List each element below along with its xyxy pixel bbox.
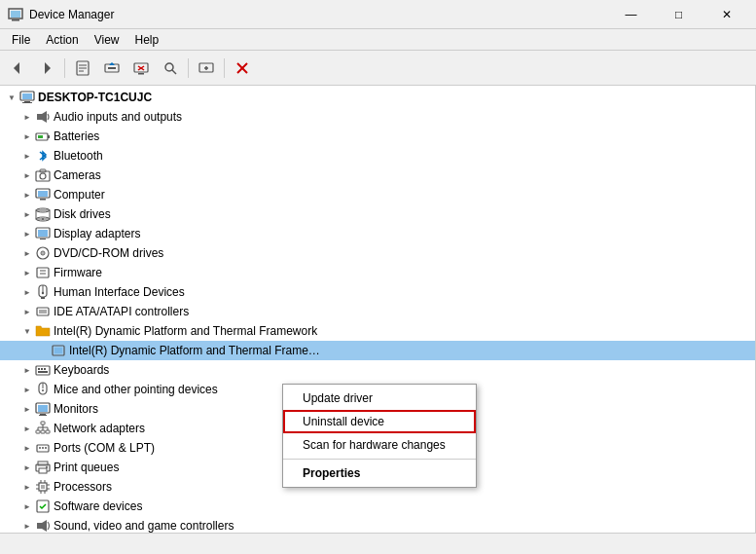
computer-expander[interactable]: ►	[19, 185, 35, 204]
software-icon	[35, 499, 51, 514]
sound-expander[interactable]: ►	[19, 516, 35, 533]
update-driver-button[interactable]	[98, 55, 126, 82]
dvd-expander[interactable]: ►	[19, 243, 35, 263]
root-expander[interactable]: ▼	[4, 88, 19, 107]
svg-rect-99	[37, 523, 42, 529]
tree-item-cameras[interactable]: ► Cameras	[0, 166, 755, 185]
properties-button[interactable]	[69, 55, 96, 82]
menu-action[interactable]: Action	[38, 31, 86, 49]
mice-label: Mice and other pointing devices	[54, 383, 218, 396]
svg-rect-73	[46, 430, 50, 433]
tree-view[interactable]: ▼ DESKTOP-TC1CUJC ►	[0, 86, 756, 533]
ports-icon	[35, 440, 51, 456]
svg-rect-13	[138, 73, 144, 75]
svg-rect-56	[39, 310, 47, 314]
keyboards-expander[interactable]: ►	[19, 360, 35, 380]
tree-item-dvd[interactable]: ► DVD/CD-ROM drives	[0, 243, 755, 263]
context-update-driver[interactable]: Update driver	[283, 387, 476, 410]
tree-item-firmware[interactable]: ► Firmware	[0, 263, 755, 282]
svg-rect-68	[38, 405, 48, 412]
intel-parent-expander[interactable]: ▼	[19, 321, 35, 341]
audio-label: Audio inputs and outputs	[54, 110, 182, 124]
monitors-expander[interactable]: ►	[19, 399, 35, 419]
minimize-button[interactable]: —	[609, 0, 653, 29]
printqueues-expander[interactable]: ►	[19, 458, 35, 477]
firmware-icon	[35, 265, 51, 280]
forward-button[interactable]	[33, 55, 60, 82]
bluetooth-expander[interactable]: ►	[19, 146, 35, 166]
hid-icon	[35, 284, 51, 300]
software-expander[interactable]: ►	[19, 497, 35, 516]
svg-marker-28	[42, 111, 47, 123]
network-expander[interactable]: ►	[19, 419, 35, 438]
add-hardware-button[interactable]	[193, 55, 220, 82]
intel-parent-label: Intel(R) Dynamic Platform and Thermal Fr…	[54, 324, 317, 338]
tree-item-computer[interactable]: ► Computer	[0, 185, 755, 204]
display-label: Display adapters	[54, 227, 140, 240]
svg-rect-63	[38, 371, 48, 373]
dvd-icon	[35, 245, 51, 261]
tree-item-display[interactable]: ► Display adapters	[0, 224, 755, 243]
batteries-expander[interactable]: ►	[19, 127, 35, 146]
bluetooth-label: Bluetooth	[54, 149, 103, 163]
scan-button[interactable]	[157, 55, 184, 82]
tree-item-intel-parent[interactable]: ▼ Intel(R) Dynamic Platform and Thermal …	[0, 321, 755, 341]
svg-rect-31	[48, 135, 50, 138]
svg-point-33	[40, 173, 46, 179]
menu-file[interactable]: File	[4, 31, 38, 49]
delete-button[interactable]	[229, 55, 256, 82]
tree-item-keyboards[interactable]: ► Keyboards	[0, 360, 755, 380]
back-button[interactable]	[4, 55, 31, 82]
context-properties[interactable]: Properties	[283, 462, 476, 485]
display-expander[interactable]: ►	[19, 224, 35, 243]
printqueues-label: Print queues	[54, 461, 119, 474]
root-label: DESKTOP-TC1CUJC	[38, 91, 152, 104]
tree-item-bluetooth[interactable]: ► Bluetooth	[0, 146, 755, 166]
tree-item-hid[interactable]: ► Human Interface Devices	[0, 282, 755, 302]
window-controls: — □ ✕	[609, 0, 748, 29]
software-label: Software devices	[54, 499, 142, 513]
main-area: ▼ DESKTOP-TC1CUJC ►	[0, 86, 756, 533]
svg-rect-59	[36, 366, 50, 375]
menu-help[interactable]: Help	[127, 31, 167, 49]
tree-item-audio[interactable]: ► Audio inputs and outputs	[0, 107, 755, 127]
svg-rect-2	[11, 11, 20, 18]
diskdrives-expander[interactable]: ►	[19, 204, 35, 224]
svg-point-83	[45, 447, 47, 449]
context-properties-label: Properties	[303, 466, 360, 480]
tree-item-software[interactable]: ► Software devices	[0, 497, 755, 516]
intel-folder-icon	[35, 323, 51, 339]
svg-rect-72	[36, 430, 40, 433]
tree-item-batteries[interactable]: ► Batteries	[0, 127, 755, 146]
tree-item-intel-child[interactable]: ► Intel(R) Dynamic Platform and Thermal …	[0, 341, 755, 360]
ide-expander[interactable]: ►	[19, 302, 35, 321]
title-bar: Device Manager — □ ✕	[0, 0, 756, 29]
mice-expander[interactable]: ►	[19, 380, 35, 399]
close-button[interactable]: ✕	[704, 0, 748, 29]
menu-view[interactable]: View	[87, 31, 127, 49]
hid-expander[interactable]: ►	[19, 282, 35, 302]
cameras-label: Cameras	[54, 168, 101, 182]
svg-rect-37	[40, 199, 46, 201]
toolbar-sep-1	[64, 58, 65, 78]
context-uninstall-device[interactable]: Uninstall device	[283, 410, 476, 433]
ports-expander[interactable]: ►	[19, 438, 35, 458]
tree-item-ide[interactable]: ► IDE ATA/ATAPI controllers	[0, 302, 755, 321]
tree-item-sound[interactable]: ► Sound, video and game controllers	[0, 516, 755, 533]
processors-expander[interactable]: ►	[19, 477, 35, 497]
svg-rect-70	[39, 415, 47, 416]
cameras-expander[interactable]: ►	[19, 166, 35, 185]
uninstall-device-button[interactable]	[127, 55, 155, 82]
audio-expander[interactable]: ►	[19, 107, 35, 127]
firmware-expander[interactable]: ►	[19, 263, 35, 282]
toolbar-sep-3	[224, 58, 225, 78]
context-update-driver-label: Update driver	[303, 391, 373, 405]
tree-item-diskdrives[interactable]: ► Disk drives	[0, 204, 755, 224]
svg-rect-74	[41, 430, 45, 433]
audio-icon	[35, 109, 51, 125]
context-scan-changes[interactable]: Scan for hardware changes	[283, 433, 476, 457]
maximize-button[interactable]: □	[657, 0, 701, 29]
tree-root[interactable]: ▼ DESKTOP-TC1CUJC	[0, 88, 755, 107]
context-scan-changes-label: Scan for hardware changes	[303, 438, 446, 452]
computer-icon	[19, 90, 35, 105]
